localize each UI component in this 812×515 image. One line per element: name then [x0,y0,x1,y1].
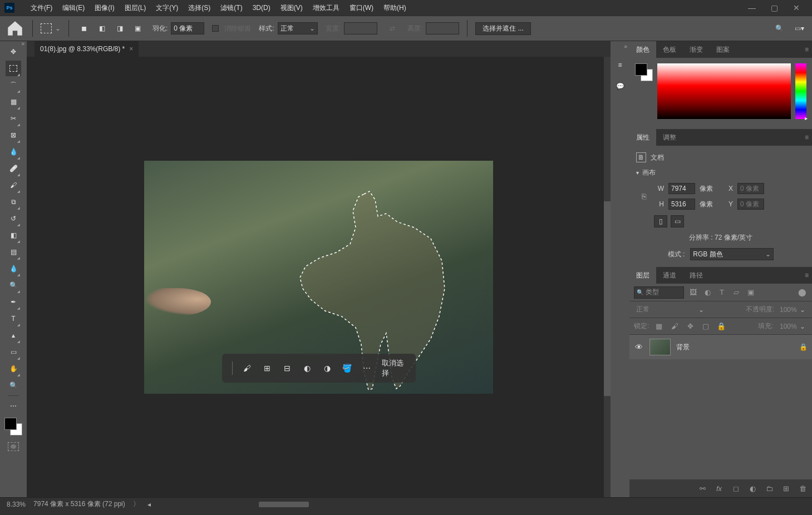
stamp-tool[interactable]: ⧉ [6,194,21,210]
filter-smart-icon[interactable]: ▣ [745,287,756,298]
shape-tool[interactable]: ▭ [6,344,21,360]
fill-sel-icon[interactable]: 🪣 [342,362,352,374]
visibility-toggle-icon[interactable]: 👁 [634,343,644,351]
close-button[interactable]: ✕ [785,1,808,14]
mask-sel-icon[interactable]: ◑ [322,362,332,374]
lock-all-icon[interactable]: 🔒 [716,321,727,332]
move-tool[interactable]: ✥ [6,44,21,60]
props-panel-menu-icon[interactable]: ≡ [805,133,809,141]
tab-color[interactable]: 颜色 [629,41,656,58]
blur-tool[interactable]: 💧 [6,261,21,276]
panel-icon-1[interactable]: ≡ [613,58,627,72]
landscape-orientation-icon[interactable]: ▭ [671,215,684,227]
canvas[interactable]: 🖌 ⊞ ⊟ ◐ ◑ 🪣 ⋯ 取消选择 [144,161,493,394]
color-fgbg-swatch[interactable] [635,63,653,81]
feather-input[interactable] [171,22,204,34]
workspace-icon[interactable]: ▭▾ [792,21,806,36]
menu-image[interactable]: 图像(I) [90,3,119,13]
add-selection-icon[interactable]: ◧ [95,21,109,36]
expand-tools-icon[interactable]: » [21,41,24,47]
menu-view[interactable]: 视图(V) [275,3,308,13]
menu-layer[interactable]: 图层(L) [120,3,151,13]
eyedropper-tool[interactable]: 💧 [6,144,21,160]
hand-tool[interactable]: ✋ [6,361,21,377]
foreground-color[interactable] [4,418,17,430]
filter-adjust-icon[interactable]: ◐ [702,287,713,298]
tab-paths[interactable]: 路径 [683,267,710,284]
healing-tool[interactable]: 🩹 [6,161,21,176]
color-panel-menu-icon[interactable]: ≡ [805,46,809,53]
crop-tool[interactable]: ✂ [6,111,21,126]
hue-slider[interactable]: ▸ [795,63,806,119]
subtract-selection-icon[interactable]: ◨ [112,21,127,36]
tab-channels[interactable]: 通道 [656,267,683,284]
group-icon[interactable]: 🗀 [764,483,774,493]
new-layer-icon[interactable]: ⊞ [781,483,791,493]
eraser-tool[interactable]: ◧ [6,227,21,243]
select-and-mask-button[interactable]: 选择并遮住 ... [475,22,530,35]
brush-tool[interactable]: 🖌 [6,177,21,193]
fx-icon[interactable]: fx [714,483,724,493]
frame-tool[interactable]: ⊠ [6,127,21,143]
layers-panel-menu-icon[interactable]: ≡ [805,271,809,279]
brush-refine-icon[interactable]: 🖌 [242,362,252,374]
pen-tool[interactable]: ✒ [6,294,21,310]
delete-layer-icon[interactable]: 🗑 [798,483,808,493]
canvas-viewport[interactable]: 🖌 ⊞ ⊟ ◐ ◑ 🪣 ⋯ 取消选择 [27,57,611,497]
link-dims-icon[interactable]: ⎘ [642,192,646,201]
maximize-button[interactable]: ▢ [763,1,785,14]
home-button[interactable] [6,19,24,38]
deselect-button[interactable]: 取消选择 [382,358,405,378]
intersect-selection-icon[interactable]: ▣ [130,21,145,36]
tool-preset[interactable]: ⌄ [41,23,61,33]
style-select[interactable]: 正常 [278,22,318,34]
layer-thumbnail[interactable] [649,339,671,355]
tab-adjustments[interactable]: 调整 [656,129,683,146]
filter-shape-icon[interactable]: ▱ [731,287,742,298]
color-field[interactable] [657,63,791,119]
marquee-tool[interactable] [6,61,21,76]
minimize-button[interactable]: — [741,1,763,14]
doc-info[interactable]: 7974 像素 x 5316 像素 (72 ppi) [33,499,125,509]
menu-edit[interactable]: 编辑(E) [57,3,90,13]
subtract-sel-icon[interactable]: ⊟ [282,362,292,374]
gradient-tool[interactable]: ▤ [6,244,21,260]
lasso-tool[interactable]: ⌒ [6,77,21,93]
tab-layers[interactable]: 图层 [629,267,656,284]
tab-properties[interactable]: 属性 [629,129,656,146]
lock-artboard-icon[interactable]: ▢ [700,321,711,332]
menu-filter[interactable]: 滤镜(T) [215,3,247,13]
props-canvas-section[interactable]: 画布 [636,168,805,177]
tab-gradients[interactable]: 渐变 [683,41,710,58]
new-selection-icon[interactable]: ◼ [77,21,91,36]
layer-name-label[interactable]: 背景 [676,343,794,352]
search-icon[interactable]: 🔍 [772,21,786,36]
zoom-tool[interactable]: 🔍 [6,378,21,393]
layer-locked-icon[interactable]: 🔒 [799,343,808,351]
dodge-tool[interactable]: 🔍 [6,278,21,293]
layer-filter-select[interactable]: 类型 [634,286,684,299]
color-mode-select[interactable]: RGB 颜色 [690,248,774,260]
vertical-scrollbar[interactable] [604,57,611,497]
lock-pixels-icon[interactable]: 🖌 [669,321,680,332]
history-brush-tool[interactable]: ↺ [6,211,21,226]
panel-icon-2[interactable]: 💬 [613,79,627,93]
zoom-level[interactable]: 8.33% [7,501,26,508]
close-tab-icon[interactable]: × [129,45,133,53]
adjustment-layer-icon[interactable]: ◐ [747,483,757,493]
portrait-orientation-icon[interactable]: ▯ [654,215,667,227]
document-tab[interactable]: 01(8).jpg @ 8.33%(RGB/8) * × [35,41,139,57]
canvas-height-input[interactable] [668,199,695,210]
add-sel-icon[interactable]: ⊞ [262,362,272,374]
filter-toggle-icon[interactable]: ⬤ [796,287,808,298]
horizontal-scrollbar[interactable] [259,502,309,507]
lock-transparency-icon[interactable]: ▦ [653,321,665,332]
edit-toolbar[interactable]: ⋯ [6,398,21,414]
tab-patterns[interactable]: 图案 [710,41,736,58]
quickmask-toggle[interactable] [8,442,19,451]
type-tool[interactable]: T [6,311,21,326]
menu-3d[interactable]: 3D(D) [248,4,275,12]
canvas-width-input[interactable] [668,183,695,194]
object-select-tool[interactable]: ▦ [6,94,21,110]
more-sel-icon[interactable]: ⋯ [362,362,372,374]
